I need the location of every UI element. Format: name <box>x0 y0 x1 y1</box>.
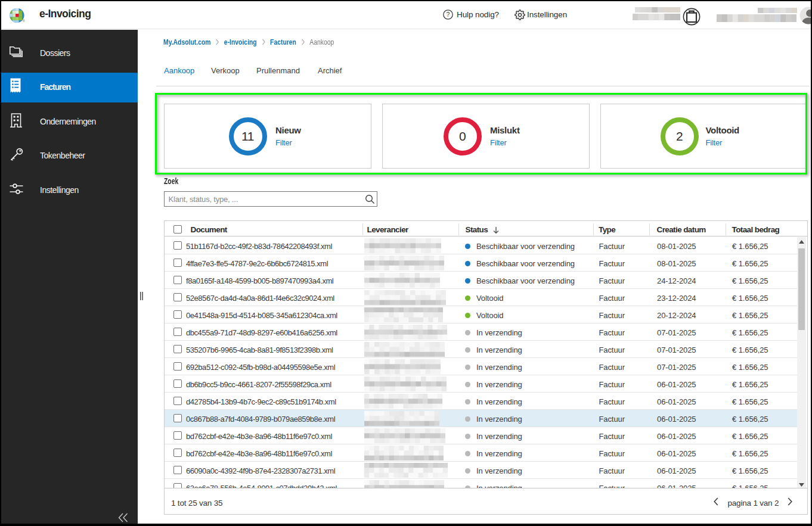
svg-text:?: ? <box>447 11 450 18</box>
